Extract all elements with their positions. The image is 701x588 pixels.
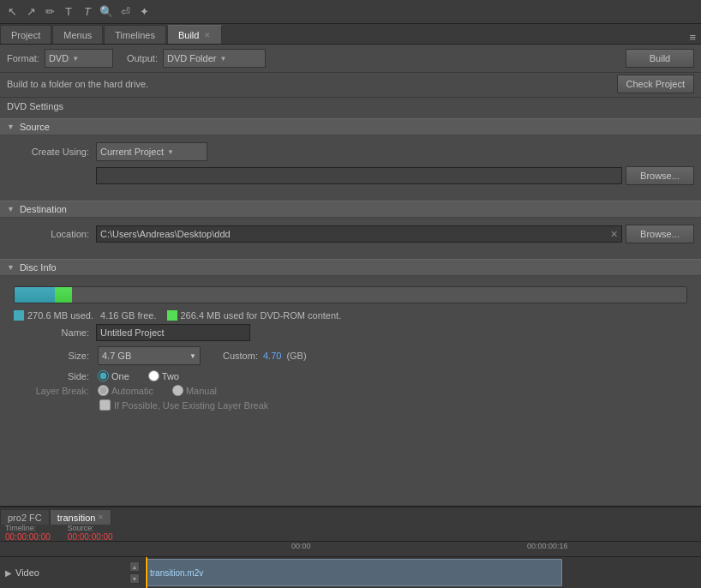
- disc-free-text: 4.16 GB free.: [100, 310, 156, 321]
- timeline-info-bar: Timeline: 00:00:00:00 Source: 00:00:00:0…: [0, 525, 701, 542]
- video-track-label: ▶ Video ▲ ▼: [0, 557, 146, 588]
- legend-green-box: [167, 310, 177, 321]
- destination-section: ▼ Destination Location: ✕ Browse...: [0, 201, 701, 255]
- side-one-radio[interactable]: [98, 370, 109, 381]
- disc-info-section-header[interactable]: ▼ Disc Info: [0, 259, 701, 276]
- location-row: Location: ✕ Browse...: [7, 225, 694, 243]
- text-italic-tool-icon[interactable]: T: [79, 3, 96, 21]
- ruler-mark-1: 00:00:00:16: [527, 542, 568, 550]
- location-input-container: ✕: [96, 225, 622, 243]
- star-tool-icon[interactable]: ✦: [135, 3, 153, 21]
- track-up-btn[interactable]: ▲: [129, 561, 140, 572]
- main-tab-bar: Project Menus Timelines Build ✕ ≡: [0, 24, 701, 45]
- timeline-tab-bar: pro2 FC transition ✕: [0, 507, 701, 525]
- text-tool-icon[interactable]: T: [60, 3, 77, 21]
- build-button[interactable]: Build: [626, 49, 694, 68]
- tab-timelines[interactable]: Timelines: [104, 25, 166, 44]
- side-one-option[interactable]: One: [98, 370, 129, 381]
- legend-blue-box: [14, 310, 24, 321]
- track-down-btn[interactable]: ▼: [129, 573, 140, 584]
- disc-info-collapse-icon: ▼: [7, 263, 15, 272]
- source-title: Source: [20, 122, 50, 132]
- side-label: Side:: [7, 371, 93, 381]
- create-using-label: Create Using:: [7, 147, 93, 157]
- output-dropdown[interactable]: DVD Folder ▼: [163, 49, 266, 68]
- settings-scroll-area[interactable]: ▼ Source Create Using: Current Project ▼…: [0, 115, 701, 506]
- timeline-value: 00:00:00:00: [5, 532, 51, 542]
- disc-bar-dvdrom: [55, 287, 72, 303]
- layer-manual-option: Manual: [172, 385, 217, 396]
- tab-build[interactable]: Build ✕: [167, 25, 222, 44]
- location-clear-button[interactable]: ✕: [607, 229, 621, 240]
- bottom-timeline-area: pro2 FC transition ✕ Timeline: 00:00:00:…: [0, 506, 701, 588]
- source-section-header[interactable]: ▼ Source: [0, 118, 701, 135]
- location-input[interactable]: [97, 226, 607, 242]
- disc-name-input[interactable]: [96, 324, 250, 341]
- return-tool-icon[interactable]: ⏎: [117, 3, 134, 21]
- source-collapse-icon: ▼: [7, 123, 15, 131]
- existing-break-checkbox: [99, 399, 111, 411]
- disc-size-label: Size:: [7, 351, 93, 361]
- source-label: Source:: [68, 524, 113, 532]
- destination-section-header[interactable]: ▼ Destination: [0, 201, 701, 218]
- disc-name-label: Name:: [7, 327, 93, 338]
- layer-auto-radio: [98, 385, 109, 396]
- tab-menus[interactable]: Menus: [52, 25, 103, 44]
- timeline-track-area: ▶ Video ▲ ▼ transition.m2v: [0, 557, 701, 588]
- unit-label: (GB): [286, 351, 306, 361]
- create-using-dropdown[interactable]: Current Project ▼: [96, 142, 207, 161]
- main-panel: Format: DVD ▼ Output: DVD Folder ▼ Build…: [0, 45, 701, 506]
- layer-manual-radio: [172, 385, 183, 396]
- disc-usage-bar: [14, 286, 687, 303]
- side-two-option[interactable]: Two: [148, 370, 179, 381]
- pointer-tool-icon[interactable]: ↗: [22, 3, 39, 21]
- layer-auto-label: Automatic: [111, 386, 153, 396]
- format-label: Format:: [7, 53, 39, 63]
- timeline-tab-transition[interactable]: transition ✕: [50, 509, 112, 525]
- source-browse-button[interactable]: Browse...: [626, 166, 694, 185]
- disc-size-arrow: ▼: [189, 352, 196, 360]
- tab-menu-icon[interactable]: ≡: [689, 31, 701, 44]
- ruler-mark-0: 00:00: [291, 542, 311, 550]
- select-tool-icon[interactable]: ↖: [3, 3, 21, 21]
- destination-browse-button[interactable]: Browse...: [626, 225, 694, 243]
- disc-size-row: Size: 4.7 GB ▼ Custom: 4.70 (GB): [7, 346, 694, 365]
- timeline-ruler[interactable]: 00:00 00:00:00:16 00:00:01:07: [0, 542, 701, 557]
- video-track-icon: ▶: [5, 568, 12, 578]
- side-two-radio[interactable]: [148, 370, 159, 381]
- layer-manual-label: Manual: [186, 386, 217, 396]
- layer-break-label: Layer Break:: [7, 386, 93, 396]
- create-using-row: Create Using: Current Project ▼: [7, 142, 694, 161]
- tab-project[interactable]: Project: [0, 25, 51, 44]
- disc-bar-used: [15, 287, 55, 303]
- create-using-arrow: ▼: [167, 148, 174, 156]
- zoom-tool-icon[interactable]: 🔍: [98, 3, 115, 21]
- video-clip[interactable]: transition.m2v: [146, 559, 562, 586]
- side-row: Side: One Two: [7, 370, 694, 381]
- side-one-label: One: [111, 371, 129, 381]
- disc-info-section: ▼ Disc Info 270.6 MB used. 4.16 GB free.…: [0, 259, 701, 417]
- disc-size-dropdown[interactable]: 4.7 GB ▼: [98, 346, 201, 365]
- format-dropdown[interactable]: DVD ▼: [45, 49, 113, 68]
- timeline-timecode: Timeline: 00:00:00:00: [5, 524, 51, 542]
- location-label: Location:: [7, 229, 93, 239]
- toolbar: ↖ ↗ ✏ T T 🔍 ⏎ ✦: [0, 0, 701, 24]
- source-value: 00:00:00:00: [68, 532, 113, 542]
- pen-tool-icon[interactable]: ✏: [41, 3, 58, 21]
- check-project-button[interactable]: Check Project: [617, 75, 694, 93]
- video-track-content[interactable]: transition.m2v: [146, 557, 701, 588]
- output-label: Output:: [127, 53, 158, 63]
- disc-legend: 270.6 MB used. 4.16 GB free. 266.4 MB us…: [7, 307, 694, 324]
- disc-used-text: 270.6 MB used.: [27, 310, 93, 321]
- timeline-tab-pro2fc[interactable]: pro2 FC: [0, 509, 50, 525]
- layer-break-row: Layer Break: Automatic Manual: [7, 385, 694, 396]
- disc-info-title: Disc Info: [20, 262, 57, 273]
- source-section-body: Create Using: Current Project ▼ Browse..…: [0, 135, 701, 197]
- timeline-tab-transition-close[interactable]: ✕: [98, 513, 104, 521]
- format-dropdown-arrow: ▼: [72, 55, 79, 63]
- custom-value: 4.70: [263, 351, 281, 361]
- destination-section-body: Location: ✕ Browse...: [0, 218, 701, 255]
- tab-build-close-icon[interactable]: ✕: [204, 31, 211, 39]
- timeline-playhead: [146, 557, 147, 588]
- side-two-label: Two: [162, 371, 179, 381]
